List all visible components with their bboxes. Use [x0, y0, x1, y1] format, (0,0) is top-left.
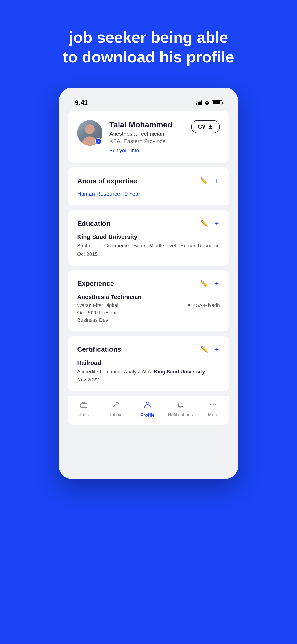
nav-item-more[interactable]: More — [202, 401, 225, 417]
phone-frame: 9:41 ⊗ Talal — [59, 88, 238, 479]
edit-avatar-badge[interactable] — [95, 138, 102, 145]
expertise-header: Areas of expertise ✏️ + — [77, 176, 220, 186]
experience-company: Watan First Digital — [77, 302, 118, 308]
more-icon — [210, 401, 217, 410]
expertise-add-button[interactable]: + — [214, 176, 220, 186]
nav-label-more: More — [208, 412, 218, 417]
education-edit-button[interactable]: ✏️ — [199, 219, 209, 228]
education-degree: Bachelor of Commerce - Bcom, Middle leve… — [77, 242, 220, 250]
experience-section: Experience ✏️ + Anesthesia Technician Wa… — [68, 270, 229, 332]
svg-line-5 — [116, 404, 119, 404]
cert-name: Railroad — [77, 359, 220, 366]
battery-icon — [212, 100, 222, 105]
experience-company-row: Watan First Digital KSA-Riyadh — [77, 302, 220, 308]
nav-label-inbox: Inbox — [110, 412, 121, 417]
svg-rect-1 — [80, 404, 87, 408]
education-actions: ✏️ + — [199, 218, 220, 229]
experience-job-title: Anesthesia Technician — [77, 294, 220, 300]
nav-item-notifications[interactable]: Notifications — [168, 401, 193, 417]
expertise-item-value: 0 Year — [124, 191, 140, 197]
headline-line2: to download his profile — [63, 48, 234, 66]
cert-date: Nov 2022 — [77, 377, 220, 383]
certifications-actions: ✏️ + — [199, 344, 220, 355]
nav-item-profile[interactable]: Profile — [136, 400, 159, 418]
expertise-section: Areas of expertise ✏️ + Human Resource: … — [68, 168, 229, 206]
status-time: 9:41 — [75, 99, 88, 106]
expertise-content: Human Resource: 0 Year — [77, 191, 220, 197]
expertise-title: Areas of expertise — [77, 177, 137, 185]
headline-line1: job seeker being able — [69, 28, 228, 46]
nav-label-profile: Profile — [140, 412, 154, 418]
jobs-icon — [80, 401, 88, 410]
experience-add-button[interactable]: + — [214, 278, 220, 289]
svg-point-9 — [215, 404, 216, 405]
education-date: Oct 2015 — [77, 251, 220, 257]
notifications-icon — [176, 401, 184, 410]
certifications-edit-button[interactable]: ✏️ — [199, 345, 209, 354]
nav-item-inbox[interactable]: Inbox — [104, 401, 127, 417]
svg-point-8 — [212, 404, 214, 405]
status-bar: 9:41 ⊗ — [68, 97, 229, 111]
experience-dates: Oct 2020 Present — [77, 310, 220, 316]
expertise-item-label: Human Resource: — [77, 191, 122, 197]
status-icons: ⊗ — [196, 100, 222, 106]
svg-point-6 — [146, 402, 149, 405]
inbox-icon — [112, 401, 119, 410]
experience-location: KSA-Riyadh — [187, 302, 220, 308]
experience-location-text: KSA-Riyadh — [192, 302, 220, 308]
expertise-actions: ✏️ + — [199, 176, 220, 186]
experience-header: Experience ✏️ + — [77, 278, 220, 289]
nav-label-notifications: Notifications — [168, 412, 193, 417]
experience-actions: ✏️ + — [199, 278, 220, 289]
svg-point-7 — [210, 404, 211, 405]
education-institution: King Saud University — [77, 233, 220, 240]
certifications-header: Certifications ✏️ + — [77, 344, 220, 355]
nav-label-jobs: Jobs — [79, 412, 89, 417]
headline: job seeker being able to download his pr… — [44, 28, 252, 67]
cert-detail-bold: King Saud University — [154, 369, 205, 374]
profile-info: Talal Mohammed Anesthesia Technician KSA… — [109, 120, 184, 154]
edit-info-link[interactable]: Edit your info — [109, 148, 139, 154]
avatar-wrapper — [77, 120, 102, 146]
svg-marker-3 — [112, 406, 115, 407]
cert-detail-plain: Accredited Financial Analyst AFA, — [77, 369, 153, 374]
certifications-section: Certifications ✏️ + Railroad Accredited … — [68, 336, 229, 391]
education-header: Education ✏️ + — [77, 218, 220, 229]
profile-name: Talal Mohammed — [109, 120, 184, 129]
profile-location: KSA, Eastern Province — [109, 138, 184, 144]
education-section: Education ✏️ + King Saud University Bach… — [68, 210, 229, 266]
education-add-button[interactable]: + — [214, 218, 220, 229]
profile-header-card: Talal Mohammed Anesthesia Technician KSA… — [68, 111, 229, 163]
cv-label: CV — [198, 124, 206, 130]
certifications-title: Certifications — [77, 346, 121, 353]
certifications-add-button[interactable]: + — [214, 344, 220, 355]
experience-edit-button[interactable]: ✏️ — [199, 279, 209, 288]
expertise-edit-button[interactable]: ✏️ — [199, 176, 209, 186]
profile-icon — [144, 400, 152, 411]
cert-detail: Accredited Financial Analyst AFA, King S… — [77, 368, 220, 376]
bottom-nav: Jobs Inbox Profile — [68, 396, 229, 425]
wifi-icon: ⊗ — [205, 100, 209, 106]
svg-line-4 — [117, 402, 119, 404]
education-title: Education — [77, 220, 110, 228]
nav-item-jobs[interactable]: Jobs — [72, 401, 95, 417]
experience-department: Business Dev — [77, 317, 220, 323]
cv-download-button[interactable]: CV — [191, 120, 220, 133]
experience-title: Experience — [77, 280, 114, 288]
signal-icon — [196, 100, 202, 105]
profile-title: Anesthesia Technician — [109, 130, 184, 137]
